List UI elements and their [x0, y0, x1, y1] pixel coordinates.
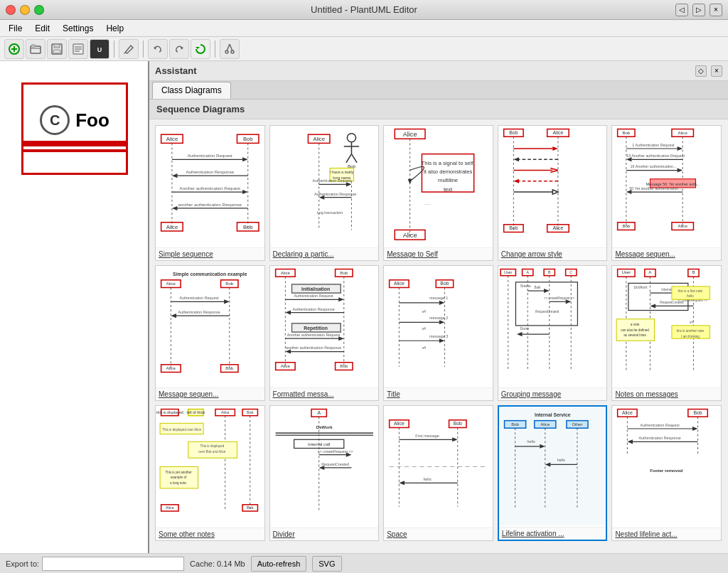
svg-text:this is displayed: this is displayed — [156, 409, 183, 414]
diagram-formatted[interactable]: Alice Bob Initialisation Authentication … — [269, 265, 380, 401]
svg-text:Alice: Alice — [403, 131, 417, 138]
diagram-change-arrow[interactable]: Bob Alice — [498, 125, 608, 261]
diagram-preview-5: Bob Alice 1 Authentication Request 13 An… — [612, 126, 721, 247]
main-container: C Foo Assistant ◇ × Class Diagrams — [0, 61, 728, 553]
svg-text:Repetition: Repetition — [304, 326, 328, 331]
svg-text:Alice: Alice — [166, 505, 174, 510]
diagram-preview-4: Bob Alice — [498, 126, 607, 247]
svg-marker-279 — [452, 437, 458, 441]
toolbar-sep-2 — [143, 41, 144, 58]
tab-class-diagrams[interactable]: Class Diagrams — [152, 82, 231, 99]
nav-forward-button[interactable]: ▷ — [692, 4, 705, 16]
diagrams-grid[interactable]: Alice Bob Authentication Request Authent… — [149, 119, 728, 553]
redo-button[interactable] — [169, 39, 189, 59]
svg-text:hello: hello — [424, 477, 432, 481]
diagram-simple-sequence[interactable]: Alice Bob Authentication Request Authent… — [155, 125, 265, 261]
nav-close-button[interactable]: × — [710, 4, 722, 16]
title-bar-right-controls[interactable]: ◁ ▷ × — [675, 4, 722, 16]
svg-text:Initialisation: Initialisation — [301, 286, 330, 291]
diagram-svg-2: Alice Bob I have a really — [270, 126, 379, 247]
menu-edit[interactable]: Edit — [29, 22, 55, 35]
diagram-title[interactable]: Alice Bob message 1 s4 message 2 — [383, 265, 493, 401]
svg-text:as several lines: as several lines — [624, 333, 647, 337]
svg-marker-83 — [552, 146, 558, 151]
svg-text:can also be defined: can also be defined — [621, 328, 650, 331]
foo-icon-row: C Foo — [40, 105, 109, 135]
save-button[interactable] — [47, 39, 67, 59]
diagram-divider[interactable]: A DeWork Internal call << createRequest … — [269, 405, 380, 541]
open-button[interactable] — [26, 39, 46, 59]
window-controls[interactable] — [6, 5, 44, 15]
svg-text:s4: s4 — [422, 326, 427, 331]
svg-rect-4 — [31, 45, 36, 47]
svg-text:message 3: message 3 — [429, 334, 448, 338]
diagram-lifeline[interactable]: Internal Service Bob Alice Other hello — [498, 405, 608, 541]
svg-text:Alice: Alice — [403, 232, 417, 239]
diagram-other-notes[interactable]: this is displayed left of Alice Alice Bo… — [155, 405, 265, 541]
auto-refresh-button[interactable]: Auto-refresh — [251, 556, 307, 572]
svg-marker-17 — [196, 47, 200, 49]
svg-text:User: User — [504, 270, 512, 274]
plantuml-button[interactable]: U — [90, 39, 109, 59]
export-input[interactable] — [42, 557, 184, 571]
svg-text:Authentication Request: Authentication Request — [641, 423, 680, 427]
svg-text:Footer removed: Footer removed — [651, 468, 683, 473]
svg-text:A: A — [526, 270, 529, 274]
diagram-preview-6: Simple communication example Alice Bob A… — [156, 266, 264, 387]
assistant-controls[interactable]: ◇ × — [695, 65, 722, 77]
svg-text:A: A — [649, 269, 653, 274]
diagram-message-self[interactable]: Alice This is a signal to self. It also … — [383, 125, 493, 261]
diagram-space[interactable]: Alice Bob First message hello — [383, 405, 493, 541]
svg-line-21 — [230, 44, 232, 51]
svg-text:Bob: Bob — [243, 136, 253, 142]
close-button[interactable] — [6, 5, 16, 15]
svg-text:Bob: Bob — [340, 363, 348, 368]
close-icon: × — [714, 67, 719, 75]
foo-component: C Foo — [21, 82, 128, 175]
diagram-nested-lifeline[interactable]: Alice Bob Footer removed Authentication … — [611, 405, 722, 541]
svg-text:Bob: Bob — [623, 223, 631, 228]
maximize-button[interactable] — [34, 5, 44, 15]
svg-text:text: text — [444, 186, 453, 193]
foo-bottom-line-2 — [23, 149, 126, 152]
diagram-message-seq-1[interactable]: Bob Alice 1 Authentication Request 13 An… — [611, 125, 722, 261]
svg-text:This is yet another: This is yet another — [165, 470, 192, 473]
assistant-close-button[interactable]: × — [711, 65, 722, 77]
menu-file[interactable]: File — [3, 22, 28, 35]
new-button[interactable] — [4, 39, 24, 59]
menu-help[interactable]: Help — [100, 22, 129, 35]
svg-text:Log transaction: Log transaction — [316, 210, 342, 215]
minimize-button[interactable] — [20, 5, 30, 15]
pen-button[interactable] — [119, 39, 139, 59]
toolbar: U — [0, 37, 728, 61]
diagram-message-seq-2[interactable]: Simple communication example Alice Bob A… — [155, 265, 265, 401]
menu-settings[interactable]: Settings — [57, 22, 99, 35]
cut-button[interactable] — [220, 39, 240, 59]
svg-text:Authentication Response: Authentication Response — [314, 192, 356, 196]
svg-text:Alice: Alice — [166, 281, 176, 286]
svg-text:multiline: multiline — [438, 177, 458, 183]
diagram-grouping[interactable]: User A B C Status — [498, 265, 608, 401]
status-bar: Export to: Cache: 0.14 Mb Auto-refresh S… — [0, 553, 728, 573]
diagram-preview-2: Alice Bob I have a really — [270, 126, 379, 247]
svg-marker-147 — [338, 297, 344, 301]
svg-marker-16 — [181, 46, 183, 50]
refresh-button[interactable] — [191, 39, 210, 59]
diagram-declaring[interactable]: Alice Bob I have a really — [269, 125, 380, 261]
assistant-diamond-button[interactable]: ◇ — [695, 65, 707, 77]
svg-button[interactable]: SVG — [312, 556, 341, 572]
diagram-caption-5: Message sequen... — [612, 247, 721, 260]
svg-text:Bob: Bob — [243, 224, 253, 230]
undo-button[interactable] — [148, 39, 168, 59]
svg-text:Authentication Request: Authentication Request — [294, 294, 333, 298]
svg-text:<< createRequest >>: << createRequest >> — [317, 449, 353, 453]
svg-text:A: A — [317, 410, 321, 415]
svg-marker-38 — [172, 206, 178, 210]
section-header-sequence: Sequence Diagrams — [149, 100, 728, 119]
svg-text:Bob: Bob — [623, 130, 631, 135]
edit-button[interactable] — [68, 39, 88, 59]
svg-text:Internal call: Internal call — [308, 441, 330, 446]
diagram-notes[interactable]: User A B DoWork Internal — [611, 265, 722, 401]
nav-back-button[interactable]: ◁ — [675, 4, 688, 16]
svg-marker-90 — [513, 179, 519, 183]
